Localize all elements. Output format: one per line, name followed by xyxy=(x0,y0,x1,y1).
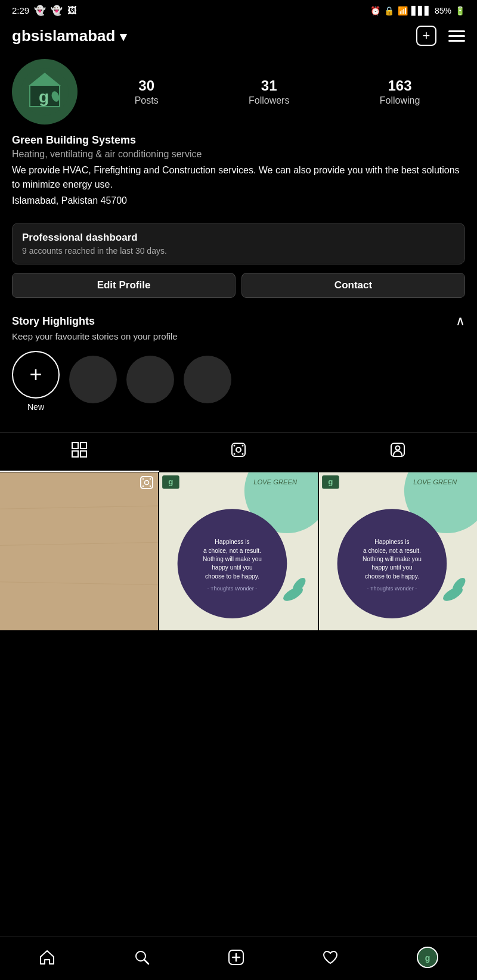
svg-text:g: g xyxy=(328,477,333,486)
hamburger-line-3 xyxy=(448,40,465,42)
svg-rect-5 xyxy=(72,443,78,449)
highlights-collapse-icon[interactable]: ∧ xyxy=(456,313,465,329)
post-thumb-1[interactable] xyxy=(0,472,158,630)
nav-home[interactable] xyxy=(29,947,65,968)
snapchat-icon-1: 👻 xyxy=(34,5,46,16)
dropdown-arrow[interactable] xyxy=(120,27,126,45)
svg-text:g: g xyxy=(425,953,430,963)
tab-reels[interactable] xyxy=(159,433,318,472)
highlight-circle-1 xyxy=(69,356,117,403)
highlight-circle-3 xyxy=(184,356,231,403)
svg-point-27 xyxy=(150,486,151,487)
followers-count: 31 xyxy=(261,77,277,94)
header-username-container[interactable]: gbsislamabad xyxy=(12,27,126,45)
svg-text:Happiness is: Happiness is xyxy=(374,539,409,545)
nav-profile[interactable]: g xyxy=(407,944,448,970)
action-buttons: Edit Profile Contact xyxy=(12,273,465,298)
profile-category: Heating, ventilating & air conditioning … xyxy=(12,149,465,160)
highlight-item-1[interactable] xyxy=(69,356,117,407)
highlight-item-3[interactable] xyxy=(184,356,231,407)
highlights-subtitle: Keep your favourite stories on your prof… xyxy=(12,331,465,341)
posts-label: Posts xyxy=(135,95,159,106)
status-right: ⏰ 🔒 📶 ▋▋▋ 85% 🔋 xyxy=(370,6,465,15)
highlight-new[interactable]: + New xyxy=(12,351,60,412)
hamburger-line-2 xyxy=(448,35,465,37)
add-icon xyxy=(228,949,244,966)
reels-icon xyxy=(231,442,246,461)
svg-point-25 xyxy=(150,478,151,480)
svg-rect-17 xyxy=(0,472,158,630)
plus-square-icon: + xyxy=(416,26,436,46)
nav-likes[interactable] xyxy=(312,947,348,968)
alarm-icon: ⏰ xyxy=(370,6,380,15)
hamburger-line-1 xyxy=(448,30,465,32)
posts-count: 30 xyxy=(138,77,154,94)
nav-search[interactable] xyxy=(124,947,160,968)
svg-text:g: g xyxy=(169,477,174,486)
post-1-svg xyxy=(0,472,158,630)
stat-followers[interactable]: 31 Followers xyxy=(249,77,289,106)
post-thumb-2[interactable]: LOVE GREEN Happiness is a choice, not a … xyxy=(159,472,317,630)
signal-icon: ▋▋▋ xyxy=(411,6,431,15)
nav-avatar-svg: g xyxy=(418,948,437,967)
content-tab-bar xyxy=(0,432,477,472)
profile-name: Green Building Systems xyxy=(12,134,465,147)
stats-row: 30 Posts 31 Followers 163 Following xyxy=(89,77,465,106)
tab-grid[interactable] xyxy=(0,433,159,472)
svg-rect-6 xyxy=(80,443,86,449)
contact-button[interactable]: Contact xyxy=(241,273,465,298)
post-2-svg: LOVE GREEN Happiness is a choice, not a … xyxy=(159,472,317,630)
menu-button[interactable] xyxy=(448,30,465,42)
svg-text:choose to be happy.: choose to be happy. xyxy=(365,573,419,580)
search-icon xyxy=(134,949,150,966)
grid-icon xyxy=(72,442,87,461)
shield-icon: 🔒 xyxy=(384,6,394,15)
profile-bio: We provide HVAC, Firefighting and Constr… xyxy=(12,163,465,192)
post-thumb-3[interactable]: LOVE GREEN Happiness is a choice, not a … xyxy=(319,472,477,630)
nav-profile-avatar: g xyxy=(417,947,438,968)
highlight-item-2[interactable] xyxy=(126,356,174,407)
home-icon xyxy=(39,949,55,966)
status-bar: 2:29 👻 👻 🖼 ⏰ 🔒 📶 ▋▋▋ 85% 🔋 xyxy=(0,0,477,20)
pro-dashboard-subtitle: 9 accounts reached in the last 30 days. xyxy=(22,246,455,256)
highlights-header: Story Highlights ∧ xyxy=(12,313,465,329)
battery-level: 85% xyxy=(435,6,451,15)
stat-posts[interactable]: 30 Posts xyxy=(135,77,159,106)
posts-grid: LOVE GREEN Happiness is a choice, not a … xyxy=(0,472,477,630)
add-post-button[interactable]: + xyxy=(416,26,436,46)
svg-rect-22 xyxy=(141,477,153,489)
svg-point-30 xyxy=(178,509,287,618)
new-highlight-label: New xyxy=(27,402,44,412)
edit-profile-button[interactable]: Edit Profile xyxy=(12,273,236,298)
avatar[interactable]: g xyxy=(12,59,78,125)
svg-text:a choice, not a result.: a choice, not a result. xyxy=(363,547,421,554)
status-time: 2:29 xyxy=(12,5,29,15)
svg-text:choose to be happy.: choose to be happy. xyxy=(205,573,259,580)
highlight-plus-icon: + xyxy=(29,364,42,385)
tab-tagged[interactable] xyxy=(318,433,477,472)
followers-label: Followers xyxy=(249,95,289,106)
svg-text:Nothing will make you: Nothing will make you xyxy=(203,556,262,562)
nav-add[interactable] xyxy=(218,947,254,968)
stat-following[interactable]: 163 Following xyxy=(380,77,420,106)
tagged-icon xyxy=(390,442,405,461)
highlight-circle-2 xyxy=(126,356,174,403)
pro-dashboard-title: Professional dashboard xyxy=(22,232,455,244)
wifi-icon: 📶 xyxy=(398,6,408,15)
post-3-svg: LOVE GREEN Happiness is a choice, not a … xyxy=(319,472,477,630)
new-highlight-circle[interactable]: + xyxy=(12,351,60,399)
header-icons: + xyxy=(416,26,465,46)
image-icon: 🖼 xyxy=(67,5,77,16)
professional-dashboard[interactable]: Professional dashboard 9 accounts reache… xyxy=(12,223,465,265)
svg-text:Happiness is: Happiness is xyxy=(215,539,250,545)
svg-text:LOVE GREEN: LOVE GREEN xyxy=(254,478,298,486)
svg-rect-8 xyxy=(80,451,86,457)
bottom-nav: g xyxy=(0,937,477,980)
svg-point-12 xyxy=(242,445,244,447)
header: gbsislamabad + xyxy=(0,20,477,54)
profile-top: g 30 Posts 31 Followers 163 Following xyxy=(12,59,465,125)
svg-text:happy until you: happy until you xyxy=(212,564,253,571)
avatar-inner: g xyxy=(12,59,78,125)
svg-point-13 xyxy=(234,453,236,455)
svg-text:g: g xyxy=(39,88,49,106)
